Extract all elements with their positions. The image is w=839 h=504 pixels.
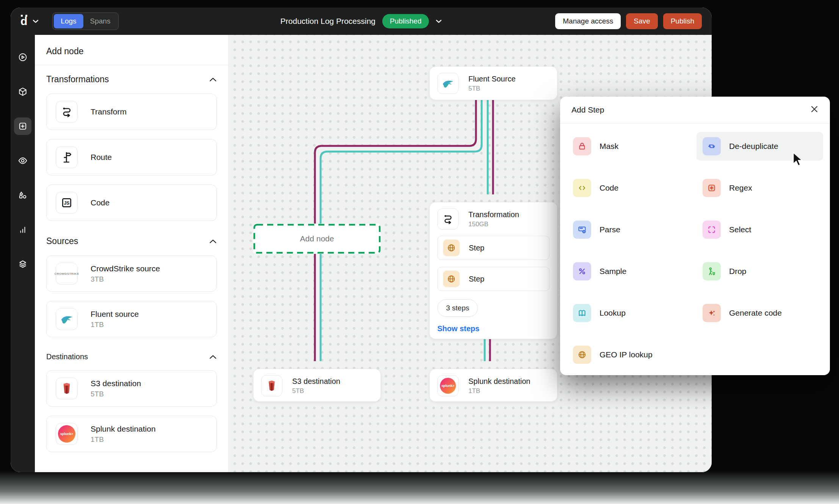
palette-card-route[interactable]: Route <box>46 139 217 175</box>
left-icon-rail <box>11 35 35 472</box>
play-circle-icon <box>18 52 28 62</box>
add-step-modal: Add Step Mask De-deuplicate <box>560 97 830 375</box>
card-volume: 1TB <box>91 435 156 444</box>
section-sources[interactable]: Sources <box>46 236 217 246</box>
card-label: S3 destination <box>91 379 141 388</box>
step-option-drop[interactable]: Drop <box>697 257 823 286</box>
fluent-bird-icon <box>56 308 78 330</box>
step-option-lookup[interactable]: Lookup <box>567 299 693 327</box>
eye-icon <box>18 156 28 166</box>
divider <box>35 65 228 65</box>
layers-icon <box>18 259 28 269</box>
chevron-down-icon[interactable] <box>33 19 39 23</box>
step-option-label: GEO IP lookup <box>600 350 653 359</box>
brand[interactable]: d <box>20 16 39 27</box>
step-option-regex[interactable]: Regex <box>697 174 823 202</box>
shapes-icon <box>18 190 28 200</box>
add-node-label: Add node <box>300 234 334 243</box>
chevron-up-icon[interactable] <box>209 239 217 244</box>
rail-item-components[interactable] <box>14 186 31 204</box>
step-option-label: Mask <box>600 142 618 151</box>
step-option-label: Parse <box>600 225 620 234</box>
node-title: Fluent Source <box>468 75 516 83</box>
svg-text:JS: JS <box>64 200 70 206</box>
node-title: Splunk destination <box>468 377 530 386</box>
globe-icon <box>573 346 591 364</box>
repeat-icon <box>703 137 721 155</box>
section-destinations[interactable]: Destinations <box>46 352 217 361</box>
palette-card-code[interactable]: JS Code <box>46 185 217 221</box>
node-fluent-source[interactable]: Fluent Source 5TB <box>429 66 557 100</box>
add-node-placeholder[interactable]: Add node <box>253 224 381 254</box>
add-node-panel: Add node Transformations Transform Route <box>35 35 229 472</box>
step-option-generate-code[interactable]: Generate code <box>697 299 823 327</box>
node-volume: 1TB <box>468 387 530 395</box>
step-option-select[interactable]: Select <box>697 215 823 244</box>
palette-card-crowdstrike[interactable]: CROWDSTRIKE CrowdStrike source 3TB <box>46 255 217 292</box>
step-option-mask[interactable]: Mask <box>567 132 693 161</box>
publish-button[interactable]: Publish <box>663 13 702 29</box>
rail-item-preview[interactable] <box>14 152 31 169</box>
steps-count-badge: 3 steps <box>437 299 478 317</box>
card-label: Route <box>91 153 112 162</box>
palette-card-splunk[interactable]: splunk> Splunk destination 1TB <box>46 416 217 452</box>
section-transformations[interactable]: Transformations <box>46 74 217 85</box>
close-button[interactable] <box>810 105 819 115</box>
rail-item-layers[interactable] <box>14 255 31 273</box>
manage-access-button[interactable]: Manage access <box>555 13 621 29</box>
transform-icon <box>437 208 459 230</box>
step-row[interactable]: Step <box>437 267 549 291</box>
splunk-logo-icon: splunk> <box>56 423 78 445</box>
node-splunk-destination[interactable]: splunk> Splunk destination 1TB <box>429 369 557 402</box>
step-option-label: De-deuplicate <box>729 142 778 151</box>
plus-square-icon <box>18 121 28 131</box>
node-title: S3 destination <box>292 377 340 386</box>
tab-logs[interactable]: Logs <box>54 14 83 28</box>
sparkles-icon <box>703 304 721 322</box>
rail-item-add-node[interactable] <box>14 117 31 135</box>
step-option-label: Generate code <box>729 308 782 318</box>
card-volume: 3TB <box>91 275 160 283</box>
show-steps-link[interactable]: Show steps <box>437 324 557 333</box>
globe-icon <box>443 271 460 287</box>
node-transformation[interactable]: Transformation 150GB Step Step 3 s <box>429 202 557 339</box>
person-trash-icon <box>703 262 721 280</box>
s3-bucket-icon <box>261 375 282 396</box>
step-option-label: Sample <box>600 267 626 276</box>
palette-card-s3[interactable]: S3 destination 5TB <box>46 370 217 407</box>
tab-spans[interactable]: Spans <box>83 14 117 28</box>
page: d Logs Spans Production Log Processing P… <box>0 0 839 504</box>
step-option-label: Code <box>600 183 618 193</box>
step-option-parse[interactable]: Parse <box>567 215 693 244</box>
splunk-logo-icon: splunk> <box>437 375 459 396</box>
close-icon <box>810 105 819 113</box>
step-option-label: Select <box>729 225 751 234</box>
section-label: Transformations <box>46 74 109 85</box>
bar-chart-icon <box>18 225 28 235</box>
rail-item-package[interactable] <box>14 83 31 100</box>
step-option-geo-ip-lookup[interactable]: GEO IP lookup <box>567 340 693 369</box>
step-option-label: Regex <box>729 183 752 193</box>
step-row[interactable]: Step <box>437 236 549 260</box>
palette-card-fluent[interactable]: Fluent source 1TB <box>46 301 217 337</box>
rail-item-metrics[interactable] <box>14 221 31 238</box>
terminal-gear-icon <box>573 221 591 239</box>
fluent-bird-icon <box>437 73 459 94</box>
step-option-code[interactable]: Code <box>567 174 693 202</box>
chevron-up-icon[interactable] <box>209 355 217 359</box>
crowdstrike-logo-icon: CROWDSTRIKE <box>56 263 78 285</box>
palette-card-transform[interactable]: Transform <box>46 94 217 130</box>
rail-item-play[interactable] <box>14 49 31 66</box>
route-icon <box>56 146 78 168</box>
chevron-up-icon[interactable] <box>209 77 217 82</box>
card-volume: 5TB <box>91 390 141 398</box>
node-s3-destination[interactable]: S3 destination 5TB <box>253 369 381 402</box>
logs-spans-toggle: Logs Spans <box>52 13 119 30</box>
step-option-sample[interactable]: Sample <box>567 257 693 286</box>
top-bar: d Logs Spans Production Log Processing P… <box>11 8 712 35</box>
save-button[interactable]: Save <box>626 13 657 29</box>
open-book-icon <box>573 304 591 322</box>
mouse-cursor <box>791 152 804 167</box>
step-label: Step <box>469 244 484 252</box>
status-chevron-down-icon[interactable] <box>436 19 442 23</box>
